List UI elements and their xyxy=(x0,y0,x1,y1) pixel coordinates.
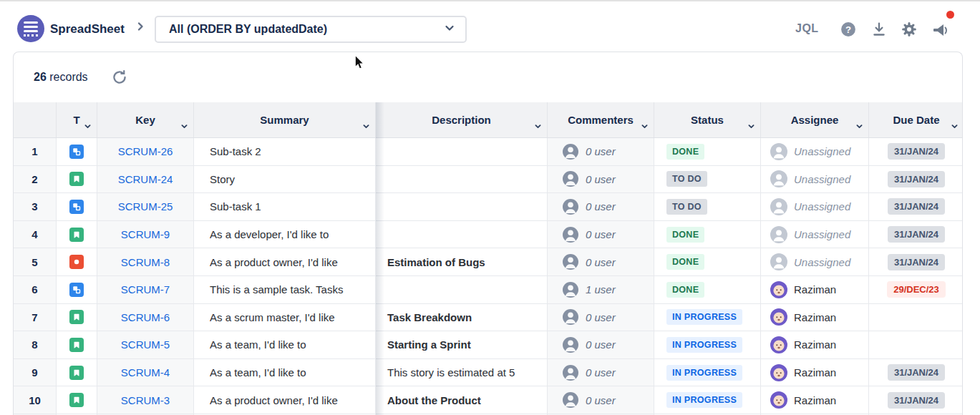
assignee-cell[interactable]: Unassigned xyxy=(761,138,869,165)
chevron-down-icon[interactable] xyxy=(855,120,863,132)
due-date-cell[interactable] xyxy=(869,304,963,331)
issue-key-link[interactable]: SCRUM-9 xyxy=(121,228,170,240)
commenters-cell[interactable]: 0 user xyxy=(548,359,654,386)
description-cell[interactable] xyxy=(376,166,548,193)
status-cell[interactable]: IN PROGRESS xyxy=(654,386,761,414)
help-icon[interactable]: ? xyxy=(840,21,856,37)
due-date-cell[interactable] xyxy=(869,331,963,358)
chevron-down-icon[interactable] xyxy=(84,120,92,132)
chevron-down-icon[interactable] xyxy=(362,120,370,132)
due-date-cell[interactable]: 31/JAN/24 xyxy=(869,248,963,275)
issue-key-link[interactable]: SCRUM-7 xyxy=(121,283,170,296)
gear-icon[interactable] xyxy=(901,21,917,37)
column-header-key[interactable]: Key xyxy=(97,102,194,137)
commenters-cell[interactable]: 0 user xyxy=(548,138,654,165)
description-cell[interactable] xyxy=(376,221,548,248)
summary-cell[interactable]: As a product owner, I'd like xyxy=(194,248,376,275)
column-header-type[interactable]: T xyxy=(57,102,97,137)
chevron-down-icon[interactable] xyxy=(180,120,188,132)
chevron-down-icon[interactable] xyxy=(641,120,649,132)
row-number-cell[interactable]: 6 xyxy=(14,276,57,303)
description-cell[interactable] xyxy=(376,193,548,220)
issue-type-cell[interactable] xyxy=(57,248,97,275)
due-date-cell[interactable]: 31/JAN/24 xyxy=(869,386,963,414)
issue-key-cell[interactable]: SCRUM-25 xyxy=(97,193,194,220)
row-number-cell[interactable]: 10 xyxy=(14,386,57,414)
summary-cell[interactable]: Sub-task 2 xyxy=(194,138,376,165)
row-number-cell[interactable]: 5 xyxy=(14,248,57,275)
issue-key-cell[interactable]: SCRUM-24 xyxy=(97,166,194,193)
issue-key-link[interactable]: SCRUM-6 xyxy=(121,311,170,323)
issue-key-link[interactable]: SCRUM-3 xyxy=(121,394,170,406)
status-cell[interactable]: TO DO xyxy=(654,193,761,220)
summary-cell[interactable]: Sub-task 1 xyxy=(194,193,376,220)
megaphone-icon[interactable] xyxy=(932,23,948,39)
description-cell[interactable] xyxy=(376,276,548,303)
row-number-cell[interactable]: 4 xyxy=(14,221,57,248)
issue-type-cell[interactable] xyxy=(57,386,97,414)
column-header-description[interactable]: Description xyxy=(376,102,548,137)
due-date-cell[interactable]: 31/JAN/24 xyxy=(869,138,963,165)
status-cell[interactable]: DONE xyxy=(654,221,761,248)
row-number-cell[interactable]: 8 xyxy=(14,331,57,358)
issue-key-cell[interactable]: SCRUM-8 xyxy=(97,248,194,275)
issue-key-cell[interactable]: SCRUM-6 xyxy=(97,304,194,331)
description-cell[interactable]: Task Breakdown xyxy=(376,304,548,331)
issue-type-cell[interactable] xyxy=(57,331,97,358)
issue-key-cell[interactable]: SCRUM-7 xyxy=(97,276,194,303)
issue-key-cell[interactable]: SCRUM-5 xyxy=(97,331,194,358)
status-cell[interactable]: TO DO xyxy=(654,166,761,193)
column-header-commenters[interactable]: Commenters xyxy=(548,102,654,137)
status-cell[interactable]: IN PROGRESS xyxy=(654,304,761,331)
chevron-down-icon[interactable] xyxy=(534,120,542,132)
status-cell[interactable]: DONE xyxy=(654,276,761,303)
commenters-cell[interactable]: 0 user xyxy=(548,166,654,193)
assignee-cell[interactable]: Unassigned xyxy=(761,221,869,248)
row-number-cell[interactable]: 3 xyxy=(14,193,57,220)
issue-type-cell[interactable] xyxy=(57,221,97,248)
assignee-cell[interactable]: Raziman xyxy=(761,276,869,303)
commenters-cell[interactable]: 1 user xyxy=(548,276,654,303)
summary-cell[interactable]: As a team, I'd like to xyxy=(194,331,376,358)
view-selector-dropdown[interactable]: All (ORDER BY updatedDate) xyxy=(155,16,467,43)
summary-cell[interactable]: As a developer, I'd like to xyxy=(194,221,376,248)
commenters-cell[interactable]: 0 user xyxy=(548,386,654,414)
column-header-duedate[interactable]: Due Date xyxy=(869,102,963,137)
due-date-cell[interactable]: 29/DEC/23 xyxy=(869,276,963,303)
commenters-cell[interactable]: 0 user xyxy=(548,221,654,248)
assignee-cell[interactable]: Raziman xyxy=(761,386,869,414)
description-cell[interactable]: About the Product xyxy=(376,386,548,414)
issue-type-cell[interactable] xyxy=(57,304,97,331)
description-cell[interactable]: Starting a Sprint xyxy=(376,331,548,358)
issue-key-cell[interactable]: SCRUM-4 xyxy=(97,359,194,386)
issue-key-link[interactable]: SCRUM-24 xyxy=(118,173,173,185)
issue-key-link[interactable]: SCRUM-8 xyxy=(121,256,170,268)
issue-key-link[interactable]: SCRUM-5 xyxy=(121,338,170,351)
status-cell[interactable]: IN PROGRESS xyxy=(654,359,761,386)
issue-key-link[interactable]: SCRUM-25 xyxy=(118,200,173,213)
column-header-status[interactable]: Status xyxy=(654,102,761,137)
status-cell[interactable]: DONE xyxy=(654,248,761,275)
commenters-cell[interactable]: 0 user xyxy=(548,193,654,220)
status-cell[interactable]: DONE xyxy=(654,138,761,165)
issue-type-cell[interactable] xyxy=(57,166,97,193)
due-date-cell[interactable]: 31/JAN/24 xyxy=(869,166,963,193)
commenters-cell[interactable]: 0 user xyxy=(548,331,654,358)
issue-key-cell[interactable]: SCRUM-3 xyxy=(97,386,194,414)
summary-cell[interactable]: As a product owner, I'd like xyxy=(194,386,376,414)
spreadsheet-logo[interactable] xyxy=(17,15,44,42)
refresh-icon[interactable] xyxy=(111,69,128,86)
download-icon[interactable] xyxy=(871,21,887,37)
jql-button[interactable]: JQL xyxy=(795,22,819,35)
assignee-cell[interactable]: Unassigned xyxy=(761,248,869,275)
chevron-down-icon[interactable] xyxy=(747,120,755,132)
summary-cell[interactable]: As a scrum master, I'd like xyxy=(194,304,376,331)
summary-cell[interactable]: This is a sample task. Tasks xyxy=(194,276,376,303)
summary-cell[interactable]: Story xyxy=(194,166,376,193)
commenters-cell[interactable]: 0 user xyxy=(548,248,654,275)
assignee-cell[interactable]: Raziman xyxy=(761,359,869,386)
issue-type-cell[interactable] xyxy=(57,276,97,303)
issue-type-cell[interactable] xyxy=(57,359,97,386)
description-cell[interactable] xyxy=(376,138,548,165)
chevron-down-icon[interactable] xyxy=(951,120,959,132)
